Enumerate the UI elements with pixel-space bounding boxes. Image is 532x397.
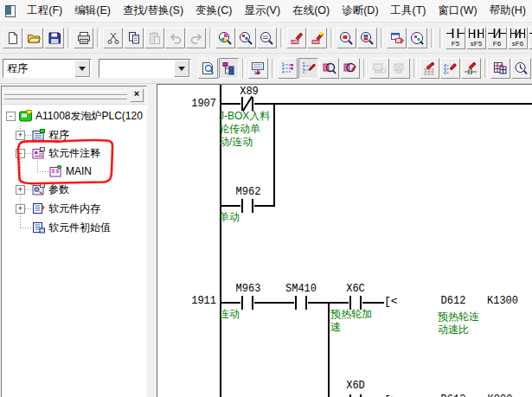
toolbar-separator [272, 59, 275, 78]
tree-panel-titlebar[interactable]: × [2, 86, 146, 105]
copy-icon [127, 31, 141, 45]
grid-pen-icon [422, 61, 437, 75]
expander-icon[interactable]: + [16, 131, 25, 140]
expander-icon[interactable]: - [16, 149, 25, 158]
tree-item-program[interactable]: + 程序 [2, 128, 147, 143]
redo-button[interactable] [186, 28, 206, 48]
ladder-monitor-button[interactable]: LD [248, 58, 268, 79]
menu-find-replace[interactable]: 查找/替换(S) [117, 1, 189, 21]
operand: K800 [482, 394, 518, 397]
program-combobox-dropdown[interactable] [74, 60, 90, 77]
red-pen-icon [290, 31, 304, 45]
printer-icon [77, 31, 91, 45]
toolbar-separator [280, 29, 284, 48]
tree-item-label: 软元件内存 [48, 202, 100, 215]
menu-view[interactable]: 显示(V) [238, 1, 286, 21]
tree-item-parameter[interactable]: + 参数 [2, 182, 147, 197]
find-button[interactable] [215, 28, 235, 48]
project-data-list-button[interactable] [407, 28, 427, 48]
find-device-button[interactable] [236, 28, 256, 48]
ladder-editor-canvas[interactable]: 1907 X89 J-BOX入料 轮传动单 动/连动 M962 单动 1911 … [157, 84, 532, 397]
save-project-button[interactable] [44, 28, 64, 48]
ladder-symbol-parallel-open-button[interactable]: sF5 [466, 27, 486, 49]
rung-line [221, 103, 532, 105]
open-folder-icon [27, 31, 41, 45]
menu-edit[interactable]: 编辑(E) [68, 1, 117, 21]
ladder-symbol-parallel-closed-button[interactable]: sF6 [508, 27, 528, 49]
menu-help[interactable]: 帮助(H) [484, 1, 532, 21]
find-string-button[interactable] [257, 28, 277, 48]
tree-item-project-root[interactable]: - A11008发泡炉PLC(120 [2, 109, 147, 124]
device-batch-button[interactable] [440, 58, 460, 79]
find-ladder-button[interactable] [319, 58, 339, 79]
tree-item-device-initial-value[interactable]: 软元件初始值 [2, 221, 147, 235]
expander-icon[interactable]: - [6, 112, 16, 121]
ladder-symbol-closed-contact-button[interactable]: F6 [487, 27, 507, 49]
menu-window[interactable]: 窗口(W) [433, 1, 484, 21]
menu-diagnostics[interactable]: 诊断(D) [336, 1, 384, 21]
search-combobox-dropdown[interactable] [174, 60, 189, 77]
device-comment: 预热轮连 动速比 [438, 311, 479, 336]
zoom-region-2-button[interactable] [357, 28, 377, 48]
parallel-closed-contact-icon [509, 29, 527, 38]
project-icon [19, 110, 32, 122]
tree-item-main[interactable]: MAIN [2, 164, 147, 179]
ladder-edit-button[interactable] [298, 58, 318, 79]
menu-tools[interactable]: 工具(T) [385, 1, 433, 21]
parallel-open-contact-icon [467, 29, 485, 38]
monitor-start-button[interactable] [369, 58, 389, 79]
fkey-label: sF5 [471, 41, 482, 48]
scissors-icon [106, 31, 120, 45]
document-find-icon [201, 61, 215, 75]
expander-icon[interactable]: + [16, 185, 25, 195]
compare-op: [< [384, 295, 398, 308]
monitor-stop-button[interactable] [390, 58, 410, 79]
expander-icon[interactable]: + [16, 204, 25, 214]
monitor-condition-button[interactable] [511, 58, 531, 79]
tree-item-device-comment[interactable]: - 软元件注释 [2, 146, 147, 161]
cut-button[interactable] [103, 28, 123, 48]
insert-mode-button[interactable] [307, 28, 327, 48]
menu-convert[interactable]: 变换(C) [189, 1, 238, 21]
device-comment-icon [32, 147, 45, 159]
cascade-window-button[interactable] [387, 28, 407, 48]
tree-item-device-memory[interactable]: + 软元件内存 [2, 202, 147, 216]
menu-online[interactable]: 在线(O) [286, 1, 336, 21]
write-mode-button[interactable] [286, 28, 306, 48]
ladder-symbol-open-contact-button[interactable]: F5 [445, 27, 465, 49]
find-ladder-2-button[interactable] [340, 58, 360, 79]
search-combobox[interactable] [99, 59, 191, 78]
panel-grip[interactable] [4, 95, 127, 99]
ladder-tree-pen-icon [301, 61, 316, 75]
branch-line [328, 302, 330, 397]
fkey-label: F5 [452, 41, 459, 48]
copy-button[interactable] [124, 28, 144, 48]
main-area: × - A11008发泡炉PLC(120 + 程序 - 软元件注释 [0, 84, 532, 397]
undo-arrow-icon [169, 31, 183, 45]
print-button[interactable] [74, 28, 93, 48]
program-combobox[interactable]: 程序 [3, 59, 92, 78]
ladder-symbol-coil-button[interactable]: F7 [529, 27, 532, 49]
paste-button[interactable] [144, 28, 164, 48]
menu-project[interactable]: 工程(F) [21, 1, 68, 21]
new-project-button[interactable] [3, 28, 22, 48]
device-comment: J-BOX入料 轮传动单 动/连动 [219, 110, 270, 149]
ladder-list-button[interactable] [278, 58, 298, 79]
open-project-button[interactable] [23, 28, 43, 48]
skip-execution-button[interactable] [461, 58, 481, 79]
cascade-window-icon [390, 31, 404, 45]
tree-item-label: 参数 [48, 183, 69, 196]
close-panel-button[interactable]: × [130, 88, 144, 102]
mdi-window-icon[interactable] [5, 5, 16, 17]
nc-contact-x89 [240, 97, 254, 111]
open-contact-icon [446, 29, 465, 38]
program-list-button[interactable] [490, 58, 510, 79]
device-test-button[interactable] [420, 58, 439, 79]
parameter-icon [32, 183, 45, 195]
zoom-region-button[interactable] [337, 28, 356, 48]
project-tree-toggle-button[interactable] [219, 58, 239, 79]
new-file-icon [6, 31, 20, 45]
device-comment: 单动 [219, 211, 240, 224]
undo-button[interactable] [165, 28, 185, 48]
comment-display-button[interactable] [198, 58, 218, 79]
